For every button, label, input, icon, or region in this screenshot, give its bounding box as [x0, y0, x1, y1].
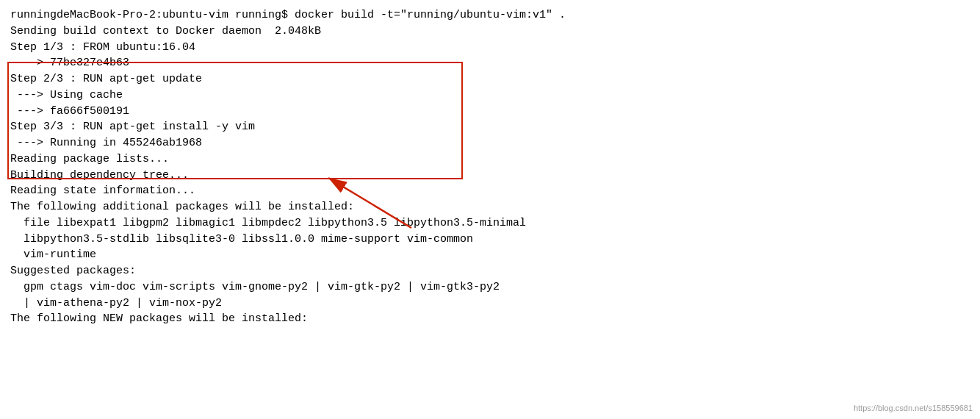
terminal-line-9: ---> Running in 455246ab1968: [10, 135, 970, 151]
terminal-line-15: libpython3.5-stdlib libsqlite3-0 libssl1…: [10, 232, 970, 248]
terminal-line-3: Step 1/3 : FROM ubuntu:16.04: [10, 40, 970, 56]
terminal-line-20: The following NEW packages will be insta…: [10, 311, 970, 327]
terminal-line-10: Reading package lists...: [10, 151, 970, 168]
terminal-line-19: | vim-athena-py2 | vim-nox-py2: [10, 296, 970, 312]
terminal-line-11: Building dependency tree...: [10, 168, 970, 184]
terminal-output: Running in line --> runningdeMacBook-Pro…: [0, 0, 980, 334]
terminal-line-18: gpm ctags vim-doc vim-scripts vim-gnome-…: [10, 279, 970, 296]
terminal-line-16: vim-runtime: [10, 247, 970, 263]
terminal-line-6: ---> Using cache: [10, 87, 970, 104]
terminal-line-4: ---> 77be327e4b63: [10, 55, 970, 71]
terminal-line-1: runningdeMacBook-Pro-2:ubuntu-vim runnin…: [10, 7, 970, 24]
terminal-line-7: ---> fa666f500191: [10, 104, 970, 120]
watermark: https://blog.csdn.net/s158559681: [854, 403, 973, 415]
terminal-line-8: Step 3/3 : RUN apt-get install -y vim: [10, 119, 970, 135]
terminal-line-17: Suggested packages:: [10, 263, 970, 279]
terminal-line-5: Step 2/3 : RUN apt-get update: [10, 71, 970, 87]
terminal-line-12: Reading state information...: [10, 183, 970, 199]
terminal-line-14: file libexpat1 libgpm2 libmagic1 libmpde…: [10, 215, 970, 232]
terminal-line-2: Sending build context to Docker daemon 2…: [10, 24, 970, 40]
terminal-line-13: The following additional packages will b…: [10, 199, 970, 215]
